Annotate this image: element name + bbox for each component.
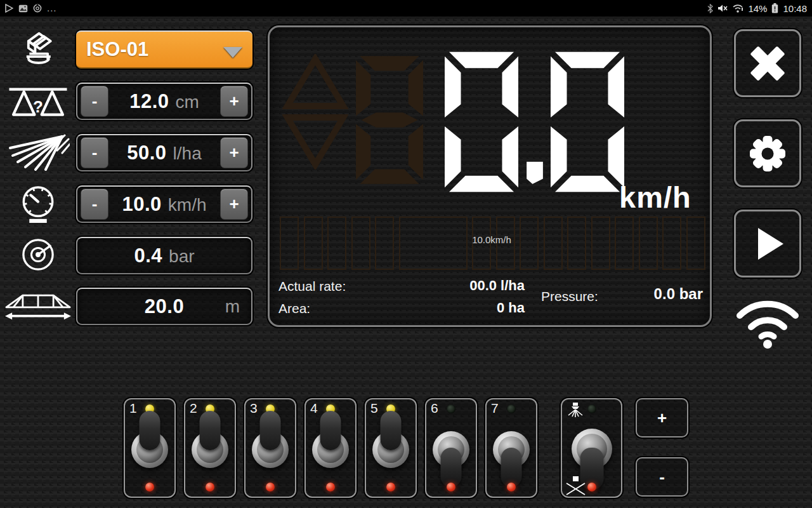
chevron-down-icon [223, 47, 242, 58]
pressure-label: Pressure: [541, 289, 598, 304]
boost-plus-button[interactable]: + [636, 398, 688, 438]
working-width-field[interactable]: 20.0 m [76, 288, 252, 325]
toggle-handle [140, 411, 160, 450]
svg-text:?: ? [33, 97, 43, 116]
target-speed-value: 10.0 [122, 193, 161, 216]
area-label: Area: [278, 301, 310, 316]
sprayer-control-app: ... 14% 10:48 [0, 0, 812, 508]
spray-off-icon [565, 474, 587, 496]
battery-icon [771, 3, 778, 13]
nozzle-spacing-field[interactable]: - 12.0 cm+ [76, 83, 252, 120]
main-speed-display: km/h 10.0km/h Actual rate: 00.0 l/ha Are… [268, 25, 712, 327]
spray-on-icon [566, 402, 584, 420]
pressure-gauge-icon [5, 234, 71, 276]
toggle-handle [501, 448, 522, 487]
bottom-led [145, 483, 154, 491]
pressure-value: 0.4 [134, 244, 162, 267]
pressure-unit: bar [169, 246, 194, 267]
bottom-led [266, 483, 275, 491]
status-bar: ... 14% 10:48 [0, 0, 812, 17]
switch-number: 6 [431, 401, 438, 416]
status-bar-left: ... [5, 4, 57, 13]
gear-icon [747, 133, 788, 174]
section-switch-6[interactable]: 6 [425, 398, 477, 498]
section-switch-1[interactable]: 1 [124, 398, 176, 498]
target-speed-field[interactable]: - 10.0 km/h+ [76, 185, 252, 223]
bottom-led [386, 483, 395, 491]
top-led [507, 404, 516, 413]
close-button[interactable] [734, 29, 801, 97]
application-rate-plus-button[interactable]: + [220, 137, 248, 168]
boost-minus-button[interactable]: - [636, 457, 688, 497]
play-icon [749, 225, 786, 262]
section-switch-7[interactable]: 7 [485, 398, 537, 498]
speed-readout [445, 51, 629, 192]
toggle-handle [441, 448, 462, 487]
bottom-led [326, 483, 335, 491]
close-icon [747, 43, 789, 84]
wifi-button[interactable] [734, 291, 801, 352]
application-rate-icon [5, 133, 71, 171]
top-led [447, 404, 455, 413]
section-switch-2[interactable]: 2 [184, 398, 236, 498]
area-value: 0 ha [416, 300, 525, 316]
profile-value: ISO-01 [86, 38, 148, 61]
actual-rate-label: Actual rate: [278, 279, 346, 294]
target-speed-note: 10.0km/h [270, 234, 714, 245]
boom-width-icon [5, 287, 71, 324]
working-width-unit: m [225, 297, 240, 317]
switch-number: 3 [250, 401, 258, 416]
toggle-handle [320, 411, 341, 450]
pressure-value: 0.0 bar [599, 285, 703, 303]
top-led [587, 404, 596, 413]
switch-number: 5 [370, 401, 378, 416]
clock-time: 10:48 [783, 3, 807, 14]
toggle-handle [200, 411, 221, 450]
ghost-digit [356, 46, 423, 196]
nozzle-spacing-plus-button[interactable]: + [220, 86, 248, 117]
application-rate-value-group: 50.0 l/ha [112, 142, 217, 164]
toggle-handle [260, 411, 281, 450]
profile-dropdown[interactable]: ISO-01 [76, 30, 252, 69]
bottom-led [447, 483, 455, 491]
settings-button[interactable] [734, 119, 801, 187]
ghost-speed-arrows [282, 54, 348, 170]
bottom-led [206, 483, 214, 491]
section-switch-3[interactable]: 3 [244, 398, 296, 498]
master-spray-switch[interactable] [561, 398, 622, 498]
application-rate-minus-button[interactable]: - [81, 137, 108, 168]
actual-rate-value: 00.0 l/ha [416, 277, 525, 294]
status-bar-right: 14% 10:48 [707, 3, 807, 14]
application-rate-field[interactable]: - 50.0 l/ha+ [76, 134, 252, 171]
nozzle-spacing-icon: ? [5, 86, 71, 119]
target-speed-plus-button[interactable]: + [220, 189, 248, 220]
nozzle-type-icon [5, 27, 71, 75]
application-rate-value: 50.0 [127, 142, 166, 164]
speed-unit: km/h [619, 180, 691, 215]
data-usage-icon [33, 4, 42, 13]
nozzle-spacing-unit: cm [176, 92, 199, 112]
play-store-icon [5, 4, 13, 13]
nozzle-spacing-minus-button[interactable]: - [81, 86, 108, 117]
pressure-field[interactable]: 0.4 bar [76, 237, 252, 274]
target-speed-value-group: 10.0 km/h [112, 193, 217, 216]
nozzle-spacing-value: 12.0 [129, 90, 169, 113]
wifi-icon [735, 294, 801, 349]
wifi-status-icon [732, 4, 743, 13]
target-speed-minus-button[interactable]: - [81, 189, 108, 220]
switch-number: 7 [491, 401, 499, 416]
switch-number: 4 [310, 401, 318, 416]
pressure-value-group: 0.4 bar [77, 244, 251, 267]
bottom-led [587, 483, 596, 491]
target-speed-unit: km/h [168, 195, 207, 215]
gallery-icon [18, 4, 28, 13]
more-icon: ... [47, 5, 57, 11]
section-switch-5[interactable]: 5 [365, 398, 417, 498]
switch-number: 2 [190, 401, 197, 416]
working-width-value: 20.0 [145, 295, 184, 318]
battery-percent: 14% [748, 3, 767, 14]
section-switch-4[interactable]: 4 [304, 398, 357, 498]
toggle-handle [381, 411, 402, 450]
start-button[interactable] [734, 210, 801, 277]
application-rate-unit: l/ha [173, 144, 202, 164]
